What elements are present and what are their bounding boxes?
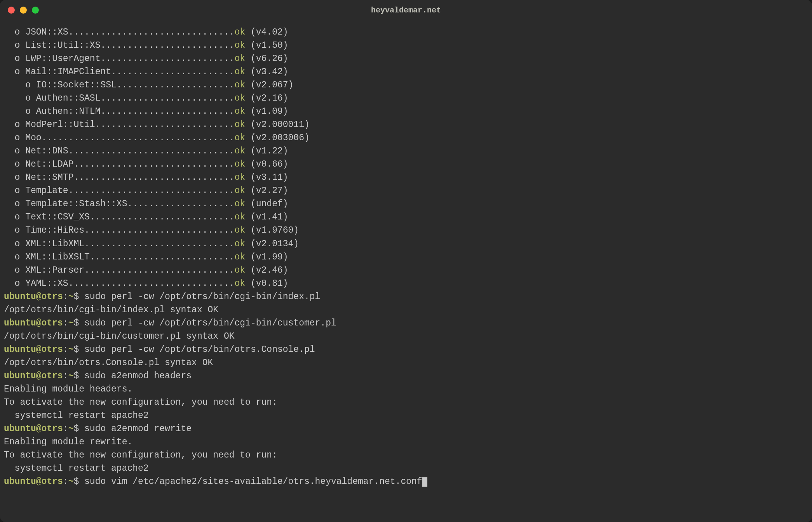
prompt-symbol: $ — [73, 318, 84, 328]
prompt-sep: : — [63, 424, 68, 434]
status-ok: ok — [235, 80, 246, 90]
status-ok: ok — [235, 106, 246, 117]
command-text: sudo a2enmod headers — [84, 371, 192, 381]
status-ok: ok — [235, 40, 246, 50]
module-line: o XML::LibXSLT..........................… — [4, 251, 808, 264]
module-line: o Mail::IMAPClient......................… — [4, 65, 808, 78]
module-version: (v4.02) — [251, 27, 288, 37]
output-line: /opt/otrs/bin/cgi-bin/index.pl syntax OK — [4, 303, 808, 317]
status-ok: ok — [235, 239, 246, 249]
prompt-path: ~ — [68, 477, 74, 487]
prompt-line: ubuntu@otrs:~$ sudo a2enmod headers — [4, 369, 808, 383]
window-controls — [8, 7, 39, 14]
status-ok: ok — [235, 133, 246, 143]
status-ok: ok — [235, 252, 246, 262]
module-line: o YAML::XS..............................… — [4, 277, 808, 290]
prompt-user: ubuntu@otrs — [4, 424, 63, 434]
titlebar[interactable]: heyvaldemar.net — [0, 0, 812, 20]
module-line: o LWP::UserAgent........................… — [4, 52, 808, 65]
module-version: (v2.46) — [251, 265, 288, 275]
module-line: o Authen::NTLM.........................o… — [4, 105, 808, 118]
module-version: (v2.067) — [251, 80, 293, 90]
module-version: (undef) — [251, 199, 288, 209]
status-ok: ok — [235, 93, 246, 103]
module-version: (v0.81) — [251, 278, 288, 289]
prompt-user: ubuntu@otrs — [4, 292, 63, 302]
status-ok: ok — [235, 199, 246, 209]
module-line: o XML::LibXML...........................… — [4, 237, 808, 251]
status-ok: ok — [235, 159, 246, 169]
prompt-path: ~ — [68, 345, 74, 355]
module-line: o IO::Socket::SSL......................o… — [4, 78, 808, 92]
module-line: o Authen::SASL.........................o… — [4, 92, 808, 105]
module-line: o ModPerl::Util.........................… — [4, 118, 808, 131]
module-line: o Time::HiRes...........................… — [4, 224, 808, 237]
terminal-window: heyvaldemar.net o JSON::XS..............… — [0, 0, 812, 522]
status-ok: ok — [235, 67, 246, 77]
prompt-line: ubuntu@otrs:~$ sudo perl -cw /opt/otrs/b… — [4, 317, 808, 330]
cursor — [422, 477, 427, 487]
prompt-sep: : — [63, 477, 68, 487]
output-line: /opt/otrs/bin/cgi-bin/customer.pl syntax… — [4, 330, 808, 343]
output-line: To activate the new configuration, you n… — [4, 449, 808, 462]
prompt-symbol: $ — [73, 292, 84, 302]
status-ok: ok — [235, 172, 246, 183]
module-version: (v1.09) — [251, 106, 288, 117]
output-line: /opt/otrs/bin/otrs.Console.pl syntax OK — [4, 356, 808, 369]
command-text: sudo perl -cw /opt/otrs/bin/otrs.Console… — [84, 345, 315, 355]
command-text: sudo perl -cw /opt/otrs/bin/cgi-bin/inde… — [84, 292, 320, 302]
module-version: (v3.11) — [251, 172, 288, 183]
window-title: heyvaldemar.net — [371, 6, 441, 15]
close-icon[interactable] — [8, 7, 15, 14]
status-ok: ok — [235, 212, 246, 222]
minimize-icon[interactable] — [20, 7, 27, 14]
module-version: (v1.22) — [251, 146, 288, 156]
prompt-user: ubuntu@otrs — [4, 318, 63, 328]
status-ok: ok — [235, 186, 246, 196]
status-ok: ok — [235, 278, 246, 289]
prompt-line: ubuntu@otrs:~$ sudo vim /etc/apache2/sit… — [4, 475, 808, 488]
module-line: o Template..............................… — [4, 184, 808, 197]
command-text: sudo vim /etc/apache2/sites-available/ot… — [84, 477, 422, 487]
status-ok: ok — [235, 225, 246, 235]
output-line: systemctl restart apache2 — [4, 409, 808, 422]
module-version: (v1.9760) — [251, 225, 299, 235]
command-text: sudo perl -cw /opt/otrs/bin/cgi-bin/cust… — [84, 318, 336, 328]
module-version: (v0.66) — [251, 159, 288, 169]
output-line: Enabling module rewrite. — [4, 435, 808, 449]
module-line: o JSON::XS..............................… — [4, 26, 808, 39]
module-version: (v1.41) — [251, 212, 288, 222]
module-version: (v2.0134) — [251, 239, 299, 249]
prompt-user: ubuntu@otrs — [4, 371, 63, 381]
prompt-line: ubuntu@otrs:~$ sudo a2enmod rewrite — [4, 422, 808, 435]
module-version: (v2.000011) — [251, 120, 310, 130]
prompt-sep: : — [63, 318, 68, 328]
prompt-symbol: $ — [73, 477, 84, 487]
prompt-sep: : — [63, 345, 68, 355]
module-version: (v1.50) — [251, 40, 288, 50]
module-line: o Net::DNS..............................… — [4, 144, 808, 158]
module-line: o Text::CSV_XS..........................… — [4, 211, 808, 224]
prompt-symbol: $ — [73, 424, 84, 434]
maximize-icon[interactable] — [32, 7, 39, 14]
prompt-path: ~ — [68, 424, 74, 434]
status-ok: ok — [235, 265, 246, 275]
module-version: (v2.003006) — [251, 133, 310, 143]
module-version: (v6.26) — [251, 54, 288, 64]
module-line: o Moo...................................… — [4, 131, 808, 144]
prompt-path: ~ — [68, 318, 74, 328]
module-line: o Net::SMTP.............................… — [4, 171, 808, 184]
module-version: (v3.42) — [251, 67, 288, 77]
status-ok: ok — [235, 120, 246, 130]
module-line: o Net::LDAP.............................… — [4, 158, 808, 171]
terminal-output[interactable]: o JSON::XS..............................… — [0, 20, 812, 522]
prompt-sep: : — [63, 292, 68, 302]
prompt-user: ubuntu@otrs — [4, 477, 63, 487]
prompt-line: ubuntu@otrs:~$ sudo perl -cw /opt/otrs/b… — [4, 290, 808, 303]
prompt-path: ~ — [68, 292, 74, 302]
prompt-user: ubuntu@otrs — [4, 345, 63, 355]
command-text: sudo a2enmod rewrite — [84, 424, 192, 434]
module-line: o List::Util::XS........................… — [4, 39, 808, 52]
output-line: Enabling module headers. — [4, 383, 808, 396]
prompt-line: ubuntu@otrs:~$ sudo perl -cw /opt/otrs/b… — [4, 343, 808, 356]
